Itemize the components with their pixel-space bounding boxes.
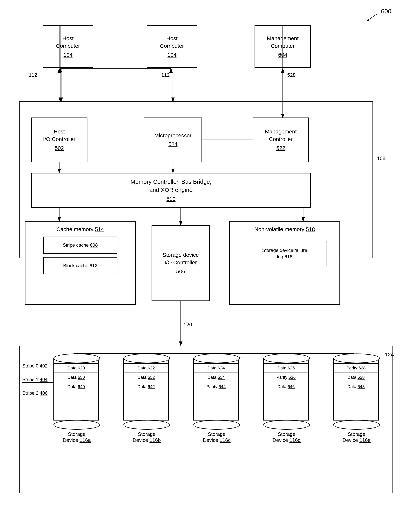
stripe-2-line bbox=[22, 396, 54, 396]
storage-device-116b: Data 622 Data 632 Data 642 StorageDevice… bbox=[121, 354, 173, 443]
storage-device-116c: Data 624 Data 634 Parity 644 StorageDevi… bbox=[190, 354, 243, 443]
storage-device-116d: Data 626 Parity 636 Data 646 StorageDevi… bbox=[260, 354, 313, 443]
svg-line-0 bbox=[368, 14, 377, 20]
cache-memory-label: Cache memory 514 bbox=[57, 226, 104, 233]
host-computer-1-box: HostComputer 104 bbox=[43, 25, 93, 68]
cache-memory-box: Cache memory 514 Stripe cache 608 Block … bbox=[25, 222, 136, 305]
svg-text:112: 112 bbox=[161, 72, 170, 78]
memory-controller-label: Memory Controller, Bus Bridge,and XOR en… bbox=[131, 178, 211, 194]
storage-failure-log-box: Storage device failurelog 616 bbox=[243, 241, 326, 266]
device-116d-label: StorageDevice 116d bbox=[273, 431, 301, 443]
host-io-controller-box: HostI/O Controller 502 bbox=[31, 118, 87, 162]
memory-controller-box: Memory Controller, Bus Bridge,and XOR en… bbox=[31, 173, 311, 208]
stripe-0-line bbox=[22, 369, 54, 369]
management-controller-label: ManagementController bbox=[265, 128, 296, 143]
microprocessor-label: Microprocessor bbox=[154, 132, 192, 139]
storage-device-116a: Data 620 Data 630 Data 640 StorageDevice… bbox=[51, 354, 103, 443]
block-cache-box: Block cache 612 bbox=[43, 257, 117, 274]
nonvolatile-memory-box: Non-volatile memory 518 Storage device f… bbox=[229, 222, 340, 305]
device-116b-label: StorageDevice 116b bbox=[133, 431, 161, 443]
stripe-1-label: Stripe 1 404 bbox=[22, 377, 47, 382]
svg-text:528: 528 bbox=[287, 72, 295, 78]
device-116c-label: StorageDevice 116c bbox=[203, 431, 230, 443]
management-computer-box: ManagementComputer 604 bbox=[255, 25, 311, 68]
host-computer-1-label: HostComputer bbox=[56, 35, 80, 50]
device-116e-label: StorageDevice 116e bbox=[343, 431, 371, 443]
storage-io-controller-box: Storage deviceI/O Controller 506 bbox=[152, 225, 210, 301]
block-cache-label: Block cache 612 bbox=[63, 262, 97, 269]
host-computer-2-label: HostComputer bbox=[160, 35, 184, 50]
stripe-1-line bbox=[22, 382, 54, 383]
host-io-controller-ref: 502 bbox=[55, 144, 64, 152]
host-io-controller-label: HostI/O Controller bbox=[43, 128, 76, 143]
svg-text:112: 112 bbox=[29, 72, 37, 78]
host-computer-1-ref: 104 bbox=[64, 51, 73, 59]
nonvolatile-memory-label: Non-volatile memory 518 bbox=[254, 226, 315, 233]
stripe-0-label: Stripe 0 402 bbox=[22, 363, 47, 369]
management-computer-ref: 604 bbox=[278, 51, 287, 59]
microprocessor-box: Microprocessor 524 bbox=[144, 118, 202, 162]
storage-io-controller-label: Storage deviceI/O Controller bbox=[163, 251, 199, 266]
ref-108-label: 108 bbox=[377, 155, 385, 161]
storage-io-controller-ref: 506 bbox=[176, 268, 185, 275]
management-controller-box: ManagementController 522 bbox=[253, 118, 309, 162]
stripe-2-label: Stripe 2 406 bbox=[22, 390, 47, 396]
svg-text:120: 120 bbox=[184, 322, 192, 328]
management-computer-label: ManagementComputer bbox=[267, 35, 299, 50]
ref-600-arrow bbox=[366, 13, 378, 21]
ref-600-label: 600 bbox=[381, 8, 391, 15]
host-computer-2-ref: 104 bbox=[167, 51, 177, 59]
ref-124-label: 124 bbox=[385, 352, 394, 358]
device-116a-label: StorageDevice 116a bbox=[63, 431, 91, 443]
storage-device-116e: Parity 628 Data 638 Data 648 StorageDevi… bbox=[330, 354, 383, 443]
host-computer-2-box: HostComputer 104 bbox=[147, 25, 197, 68]
diagram: 600 HostComputer 104 HostComputer 104 Ma… bbox=[0, 0, 403, 532]
stripe-cache-label: Stripe cache 608 bbox=[63, 242, 98, 248]
microprocessor-ref: 524 bbox=[168, 140, 178, 148]
storage-failure-log-label: Storage device failurelog 616 bbox=[262, 247, 307, 260]
management-controller-ref: 522 bbox=[276, 144, 285, 152]
memory-controller-ref: 510 bbox=[166, 195, 176, 203]
stripe-cache-box: Stripe cache 608 bbox=[43, 237, 117, 254]
